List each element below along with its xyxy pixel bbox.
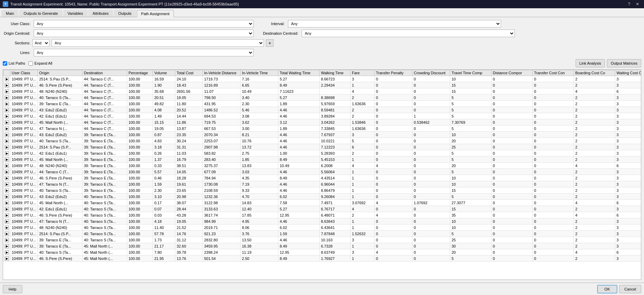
row-expand-btn[interactable]: ▶ — [5, 89, 9, 94]
close-btn[interactable]: ✕ — [634, 1, 641, 7]
col-header-boarding-cost-co[interactable]: Boarding Cost Co — [574, 70, 615, 76]
row-expand-btn[interactable]: ▶ — [5, 256, 9, 261]
col-header-fare[interactable]: Fare — [351, 70, 375, 76]
table-row[interactable]: ▶10499: PT U...48: N240 (N240)44: Tarrac… — [3, 88, 642, 95]
table-row[interactable]: ▶10499: PT U...39: Tarraco E (Ta...45: M… — [3, 243, 642, 249]
table-row[interactable]: ▶10499: PT U...47: Tarraco N (T...40: Ta… — [3, 218, 642, 225]
sections-select[interactable]: Any — [52, 39, 264, 47]
list-paths-checkbox[interactable] — [3, 61, 7, 66]
row-expand-btn[interactable]: ▶ — [5, 151, 9, 155]
table-row[interactable]: ▶10499: PT U...2514: S.Pau (S.P...40: Ta… — [3, 231, 642, 237]
row-expand-btn[interactable]: ▶ — [5, 226, 9, 230]
row-expand-btn[interactable]: ▶ — [5, 213, 9, 217]
tab-main[interactable]: Main — [1, 10, 19, 17]
col-header-total-waiting-time[interactable]: Total Waiting Time — [278, 70, 320, 76]
table-row[interactable]: ▶10499: PT U...2514: S.Pau (S.P...44: Ta… — [3, 76, 642, 82]
table-row[interactable]: ▶10499: PT U...43: Edu2 (Edu2)40: Tarrac… — [3, 194, 642, 200]
row-expand-btn[interactable]: ▶ — [5, 207, 9, 211]
table-container[interactable]: User ClassOriginDestinationPercentageVol… — [3, 69, 641, 280]
row-expand-btn[interactable]: ▶ — [5, 250, 9, 254]
row-expand-btn[interactable]: ▶ — [5, 232, 9, 236]
table-row[interactable]: ▶10499: PT U...40: Tarraco S (Ta...44: T… — [3, 95, 642, 101]
row-expand-btn[interactable]: ▶ — [5, 157, 9, 162]
col-header-user-class[interactable]: User Class — [10, 70, 38, 76]
table-row[interactable]: ▶10499: PT U...47: Tarraco N (...44: Tar… — [3, 125, 642, 132]
row-expand-btn[interactable]: ▶ — [5, 133, 9, 137]
table-row[interactable]: ▶10499: PT U...44: Tarraco C (T...39: Ta… — [3, 169, 642, 175]
table-row[interactable]: ▶10499: PT U...46: S.Pere (S.Pere)40: Ta… — [3, 212, 642, 218]
row-expand-btn[interactable]: ▶ — [5, 219, 9, 223]
table-row[interactable]: ▶10499: PT U...39: Tarraco E (Ta...44: T… — [3, 101, 642, 107]
table-row[interactable]: ▶10499: PT U...2514: S.Pau (S.P...39: Ta… — [3, 144, 642, 150]
origin-centroid-select[interactable]: Any — [34, 30, 254, 37]
row-expand-btn[interactable]: ▶ — [5, 182, 9, 186]
table-row[interactable]: ▶10499: PT U...43: Edu2 (Edu2)39: Tarrac… — [3, 132, 642, 138]
row-expand-btn[interactable]: ▶ — [5, 164, 9, 168]
col-header-transfer-penalty[interactable]: Transfer Penalty — [375, 70, 412, 76]
col-header-percentage[interactable]: Percentage — [127, 70, 153, 76]
row-expand-btn[interactable]: ▶ — [5, 188, 9, 193]
col-header-total-cost[interactable]: Total Cost — [175, 70, 203, 76]
col-header-destination[interactable]: Destination — [82, 70, 127, 76]
table-row[interactable]: ▶10499: PT U...47: Tarraco N (T...39: Ta… — [3, 181, 642, 187]
interval-select[interactable]: Any — [288, 20, 501, 28]
table-row[interactable]: ▶10499: PT U...45: Mall North (...44: Ta… — [3, 119, 642, 125]
table-row[interactable]: ▶10499: PT U...45: Mall North (...40: Ta… — [3, 200, 642, 206]
tab-variables[interactable]: Variables — [63, 10, 88, 17]
table-row[interactable]: ▶10499: PT U...40: Tarraco S (Ta...39: T… — [3, 187, 642, 194]
tab-path-assignment[interactable]: Path Assignment — [137, 10, 174, 17]
row-expand-btn[interactable]: ▶ — [5, 201, 9, 205]
tab-attributes[interactable]: Attributes — [88, 10, 113, 17]
table-row[interactable]: ▶10499: PT U...39: Tarraco E (Ta...40: T… — [3, 237, 642, 243]
row-expand-btn[interactable]: ▶ — [5, 145, 9, 149]
row-expand-btn[interactable]: ▶ — [5, 108, 9, 112]
user-class-select[interactable]: Any — [34, 20, 254, 28]
table-row[interactable]: ▶10499: PT U...48: N240 (N240)39: Tarrac… — [3, 163, 642, 169]
col-header-distance-compor[interactable]: Distance Compor — [491, 70, 533, 76]
table-row[interactable]: ▶10499: PT U...42: Edu1 (Edu1)44: Tarrac… — [3, 113, 642, 119]
row-expand-btn[interactable]: ▶ — [5, 195, 9, 199]
row-expand-btn[interactable]: ▶ — [5, 96, 9, 100]
dest-centroid-select[interactable]: Any — [302, 30, 515, 37]
row-expand-btn[interactable]: ▶ — [5, 139, 9, 143]
row-expand-btn[interactable]: ▶ — [5, 83, 9, 87]
table-row[interactable]: ▶10499: PT U...45: Mall North (...39: Ta… — [3, 156, 642, 163]
col-header-crowding-discount[interactable]: Crowding Discount — [412, 70, 450, 76]
row-expand-btn[interactable]: ▶ — [5, 114, 9, 118]
col-header-waiting-cost-con[interactable]: Waiting Cost Con — [615, 70, 642, 76]
row-expand-btn[interactable]: ▶ — [5, 238, 9, 242]
table-row[interactable]: ▶10499: PT U...46: S.Pere (S.Pere)45: Ma… — [3, 255, 642, 262]
help-icon-btn[interactable]: ? — [626, 1, 632, 7]
list-paths-checkbox-label[interactable]: List Paths — [3, 61, 25, 66]
and-select[interactable]: And — [32, 39, 49, 47]
help-button[interactable]: Help — [3, 285, 22, 293]
row-expand-btn[interactable]: ▶ — [5, 102, 9, 106]
table-row[interactable]: ▶10499: PT U...43: Edu2 (Edu2)44: Tarrac… — [3, 107, 642, 113]
row-expand-btn[interactable]: ▶ — [5, 244, 9, 248]
table-row[interactable]: ▶10499: PT U...46: S.Pere (S.Pere)44: Ta… — [3, 82, 642, 88]
col-header-walking-time[interactable]: Walking Time — [320, 70, 351, 76]
col-header-transfer-cost-con[interactable]: Transfer Cost Con — [533, 70, 574, 76]
lines-select[interactable]: Any — [34, 49, 254, 56]
col-header-travel-time-comp[interactable]: Travel Time Comp — [450, 70, 491, 76]
output-matrices-btn[interactable]: Output Matrices — [607, 59, 641, 67]
col-header-origin[interactable]: Origin — [38, 70, 82, 76]
row-expand-btn[interactable]: ▶ — [5, 176, 9, 180]
col-header-in-vehicle-time[interactable]: In-Vehicle Time — [241, 70, 278, 76]
table-row[interactable]: ▶10499: PT U...46: S.Pere (S.Pere)39: Ta… — [3, 175, 642, 181]
row-expand-btn[interactable]: ▶ — [5, 127, 9, 131]
table-row[interactable]: ▶10499: PT U...42: Edu1 (Edu1)40: Tarrac… — [3, 206, 642, 212]
expand-all-checkbox-label[interactable]: Expand All — [29, 61, 52, 66]
tab-outputs[interactable]: Outputs — [114, 10, 136, 17]
cancel-button[interactable]: Cancel — [619, 285, 641, 293]
table-row[interactable]: ▶10499: PT U...40: Tarraco S (Ta...45: M… — [3, 249, 642, 255]
expand-all-checkbox[interactable] — [29, 61, 33, 66]
row-expand-btn[interactable]: ▶ — [5, 170, 9, 174]
link-analysis-btn[interactable]: Link Analysis — [576, 59, 605, 67]
ok-button[interactable]: OK — [597, 285, 617, 293]
tab-outputs-to-generate[interactable]: Outputs to Generate — [19, 10, 63, 17]
table-row[interactable]: ▶10499: PT U...40: Tarraco S (Ta...39: T… — [3, 138, 642, 144]
table-row[interactable]: ▶10499: PT U...42: Edu1 (Edu1)39: Tarrac… — [3, 150, 642, 156]
row-expand-btn[interactable]: ▶ — [5, 77, 9, 81]
col-header-volume[interactable]: Volume — [153, 70, 175, 76]
